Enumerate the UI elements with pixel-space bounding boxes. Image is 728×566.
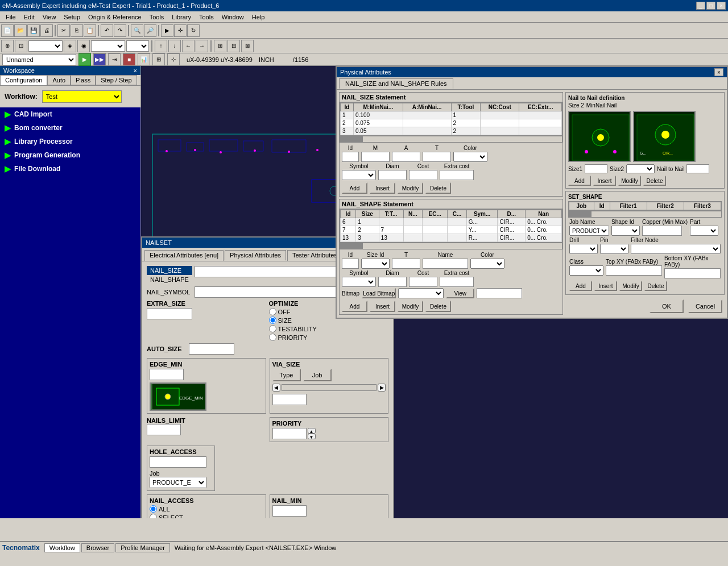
table-row[interactable]: 13 3 13 R... CIR... 0... Cro.	[341, 234, 562, 242]
bitmap-path-input[interactable]	[477, 288, 522, 298]
fld-symbol-select[interactable]	[342, 170, 376, 180]
nsh-add-btn[interactable]: Add	[342, 301, 367, 312]
ss-pin-select[interactable]	[600, 244, 628, 254]
nail-list-item-shape[interactable]: NAIL_SHAPE	[147, 275, 192, 284]
menu-setup[interactable]: Setup	[60, 13, 84, 22]
maximize-btn[interactable]: □	[706, 2, 715, 10]
table-row[interactable]: 6 1 G... CIR... 0... Cro.	[341, 218, 562, 226]
nsh-delete-btn[interactable]: Delete	[425, 301, 451, 312]
via-size-input[interactable]	[272, 394, 307, 405]
fld-t-input[interactable]	[423, 152, 451, 162]
fld-a-input[interactable]	[392, 152, 420, 162]
tool-g[interactable]: ←	[182, 40, 195, 52]
tab-auto[interactable]: Auto	[47, 75, 71, 85]
via-scroll-right[interactable]: ▶	[378, 384, 386, 392]
ss-delete-btn[interactable]: Delete	[644, 281, 667, 291]
menu-library[interactable]: Library	[168, 13, 195, 22]
menu-origin[interactable]: Origin & Reference	[85, 13, 145, 22]
ns-add-btn[interactable]: Add	[342, 182, 367, 194]
bitmap-select[interactable]	[398, 288, 444, 298]
workspace-close[interactable]: ×	[134, 67, 137, 74]
table-row[interactable]: 1 0.100 1	[341, 111, 562, 119]
ss-insert-btn[interactable]: Insert	[594, 281, 617, 291]
shp-cost-input[interactable]	[409, 277, 437, 287]
table-row[interactable]: 3 0.05 2	[341, 127, 562, 135]
shp-size-select[interactable]	[361, 259, 390, 269]
bottom-tab-workflow[interactable]: Workflow	[44, 543, 80, 552]
shp-diam-input[interactable]	[378, 277, 407, 287]
shp-id-input[interactable]	[342, 259, 359, 269]
nail-min-input[interactable]: 0.025	[272, 505, 307, 517]
ss-copper-input[interactable]	[642, 226, 682, 236]
menu-window[interactable]: Window	[218, 13, 247, 22]
via-scroll-left[interactable]: ◀	[272, 384, 280, 392]
ntn-modify-btn[interactable]: Modify	[618, 176, 641, 186]
graph-btn[interactable]: 📊	[138, 53, 150, 66]
tab-step[interactable]: Step / Step	[96, 75, 136, 85]
nail-list-item-size[interactable]: NAIL_SIZE	[147, 266, 192, 275]
phys-ok-btn[interactable]: OK	[650, 299, 684, 313]
ss-add-btn[interactable]: Add	[569, 281, 592, 291]
nsh-insert-btn[interactable]: Insert	[370, 301, 395, 312]
zoom-out-btn[interactable]: 🔎	[144, 24, 156, 37]
nav-program-gen[interactable]: ▶ Program Generation	[0, 148, 140, 162]
fld-diam-input[interactable]	[378, 170, 407, 180]
zoom-prev-btn[interactable]: ⊠	[241, 40, 254, 52]
ntn-add-btn[interactable]: Add	[568, 176, 591, 186]
optimize-priority[interactable]: PRIORITY	[269, 334, 389, 341]
ss-filter-node-select[interactable]	[631, 244, 721, 254]
phys-tab-nail-rules[interactable]: NAIL_SIZE and NAIL_SHAPE Rules	[339, 78, 453, 89]
shp-name-input[interactable]	[423, 259, 468, 269]
undo-btn[interactable]: ↶	[101, 24, 113, 37]
paste-btn[interactable]: 📋	[84, 24, 96, 37]
nail-size-table-scroll[interactable]: Id M:MinNai... A:MinNai... T:Tool NC:Cos…	[340, 102, 562, 136]
fld-m-input[interactable]	[361, 152, 390, 162]
step-btn[interactable]: ⇥	[108, 53, 121, 66]
menu-tools2[interactable]: Tools	[196, 13, 217, 22]
shp-color-select[interactable]	[470, 259, 504, 269]
tool-h[interactable]: →	[196, 40, 208, 52]
close-btn[interactable]: ×	[717, 2, 726, 10]
nav-library-processor[interactable]: ▶ Library Processor	[0, 135, 140, 148]
extra-size-input[interactable]	[147, 308, 192, 319]
hole-access-input[interactable]	[150, 456, 206, 468]
ntn-size1-input[interactable]	[585, 164, 607, 173]
ss-bottom-xy-input[interactable]	[664, 268, 721, 278]
stop-btn[interactable]: ■	[123, 53, 135, 66]
table-row[interactable]: 2 0.075 2	[341, 119, 562, 127]
menu-view[interactable]: View	[39, 13, 60, 22]
set-shape-table-scroll[interactable]: Job Id Filter1 Filter2 Filter3	[568, 201, 722, 211]
workflow-select[interactable]: Test	[42, 90, 122, 103]
shp-sym-select[interactable]	[342, 277, 376, 287]
ns-insert-btn[interactable]: Insert	[370, 182, 395, 194]
filter-btn[interactable]: ⊹	[167, 53, 180, 66]
edge-min-input[interactable]: 0.100	[150, 369, 184, 380]
phys-cancel-btn[interactable]: Cancel	[688, 299, 722, 313]
rotate-btn[interactable]: ↻	[187, 24, 200, 37]
via-scrollbar[interactable]	[282, 384, 377, 391]
tab-physical[interactable]: Physical Attributes	[225, 250, 286, 261]
table-row[interactable]: 7 2 7 Y... CIR... 0... Cro.	[341, 226, 562, 234]
load-bitmap-btn[interactable]: Load Bitmap	[362, 288, 396, 298]
nsh-modify-btn[interactable]: Modify	[398, 301, 423, 312]
print-btn[interactable]: 🖨	[40, 24, 53, 37]
redo-btn[interactable]: ↷	[114, 24, 126, 37]
phys-close-btn[interactable]: ×	[714, 68, 723, 76]
ns-delete-btn[interactable]: Delete	[425, 182, 451, 194]
menu-file[interactable]: File	[2, 13, 19, 22]
fld-cost-input[interactable]	[409, 170, 437, 180]
nail-size-hscroll[interactable]	[340, 136, 562, 143]
table-btn[interactable]: ⊞	[152, 53, 165, 66]
priority-input[interactable]	[272, 428, 307, 439]
ss-part-select[interactable]	[690, 226, 718, 236]
project-select[interactable]: Unnamed	[2, 54, 76, 65]
nav-bom-converter[interactable]: ▶ Bom converter	[0, 121, 140, 135]
fld-id-input[interactable]	[342, 152, 359, 162]
unit-select[interactable]: Inch	[28, 40, 63, 52]
tool-a[interactable]: ⊕	[1, 40, 14, 52]
priority-up-btn[interactable]: ▲	[308, 428, 316, 434]
via-type-btn[interactable]: Type	[272, 369, 301, 381]
priority-down-btn[interactable]: ▼	[308, 434, 316, 439]
copy-btn[interactable]: ⎘	[71, 24, 83, 37]
optimize-test[interactable]: TESTABILITY	[269, 325, 389, 332]
